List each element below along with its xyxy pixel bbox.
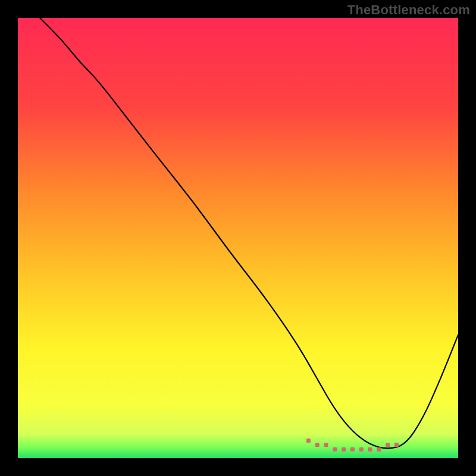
chart-frame: TheBottleneck.com [0, 0, 476, 476]
marker-point [315, 443, 320, 447]
marker-point [342, 447, 346, 452]
marker-point [324, 443, 328, 447]
marker-point [306, 439, 311, 443]
bottleneck-chart [0, 0, 476, 476]
plot-area [18, 18, 458, 458]
watermark-text: TheBottleneck.com [347, 2, 470, 18]
marker-point [359, 447, 364, 452]
marker-point [368, 447, 372, 452]
marker-point [386, 443, 390, 447]
marker-point [394, 443, 399, 447]
marker-point [333, 447, 337, 452]
marker-point [377, 447, 381, 452]
marker-point [350, 447, 355, 452]
